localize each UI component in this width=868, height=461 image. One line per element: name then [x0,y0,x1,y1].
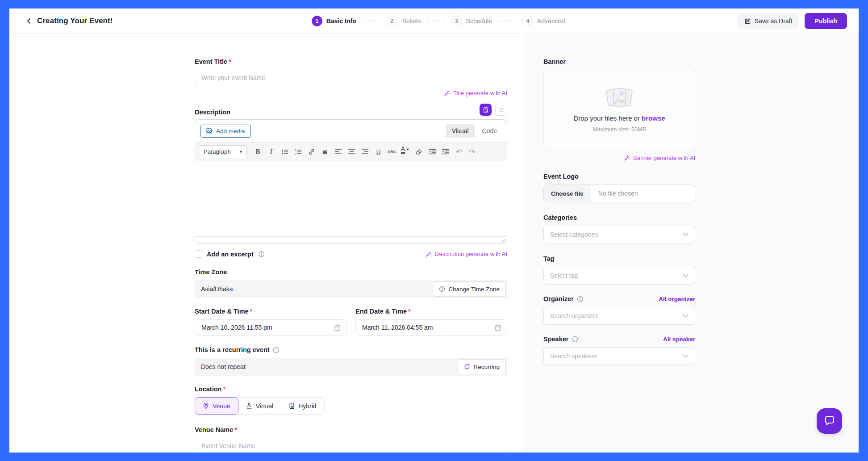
speaker-select[interactable]: Search speakers [543,347,695,365]
chevron-down-icon [683,274,689,277]
text-color-letter: A [401,146,405,154]
banner-generate-ai-link[interactable]: Banner generate with AI [624,155,695,161]
indent-button[interactable] [439,146,451,158]
align-right-button[interactable] [359,146,371,158]
organizer-select[interactable]: Search organizer [543,307,695,325]
code-tab[interactable]: Code [478,124,501,138]
info-icon [572,336,578,343]
save-as-draft-button[interactable]: Save as Draft [737,13,800,29]
ordered-list-button[interactable]: 12 [292,146,304,158]
blockquote-button[interactable]: ❝ [319,146,331,158]
change-time-zone-button[interactable]: Change Time Zone [433,281,506,297]
title-generate-ai-link[interactable]: Title generate with AI [444,90,507,96]
note-edit-icon [483,107,489,113]
link-button[interactable] [305,146,317,158]
browse-link[interactable]: browse [642,114,665,122]
outdent-button[interactable] [426,146,438,158]
bullet-list-button[interactable] [279,146,291,158]
location-option-label: Venue [213,402,230,410]
publish-button[interactable]: Publish [805,13,847,29]
location-venue-button[interactable]: Venue [195,397,238,415]
step-basic-info[interactable]: 1 Basic Info [312,16,356,26]
recurring-button[interactable]: Recurring [458,359,506,374]
label-text: Venue Name [195,426,233,433]
bold-button[interactable]: B [252,146,264,158]
ai-link-label: Description generate with AI [435,251,507,257]
ordered-list-icon: 12 [295,149,302,155]
editor-toolbar: Paragraph ▼ B I 12 [195,142,507,161]
required-asterisk: * [229,58,231,65]
step-tickets[interactable]: 2 Tickets [387,16,421,26]
step-label: Schedule [466,17,492,25]
chat-widget-button[interactable] [817,408,842,434]
calendar-icon [334,324,341,331]
add-media-button[interactable]: Add media [200,125,251,138]
banner-drop-zone[interactable]: Drop your files here or browse Maximum s… [543,70,695,149]
description-note-button[interactable] [480,104,492,116]
align-center-button[interactable] [346,146,358,158]
add-excerpt-checkbox[interactable] [195,250,202,258]
main-panel: Event Title* Title generate with AI Desc… [9,34,525,453]
description-generate-ai-link[interactable]: Description generate with AI [426,251,507,257]
paragraph-select[interactable]: Paragraph ▼ [199,145,247,158]
categories-select[interactable]: Select categories [543,226,695,243]
venue-name-input[interactable] [195,438,507,453]
clock-icon [439,286,445,292]
resize-handle-icon[interactable] [501,238,505,243]
recurring-label: This is a recurring event [195,346,270,353]
location-virtual-button[interactable]: Virtual [238,397,281,415]
hybrid-device-icon [289,402,295,409]
step-number: 1 [312,16,322,26]
step-label: Basic Info [326,17,356,25]
magic-wand-icon [426,251,432,257]
description-scan-button[interactable] [495,104,507,116]
all-speaker-link[interactable]: All speaker [663,336,695,343]
required-asterisk: * [234,426,237,433]
italic-button[interactable]: I [265,146,277,158]
clear-format-button[interactable] [413,146,425,158]
no-file-chosen-text: No file chosen [591,190,638,197]
all-organizer-link[interactable]: All organizer [659,296,695,302]
step-number: 3 [451,16,462,26]
align-center-icon [348,149,355,155]
undo-button[interactable]: ↶ [453,146,465,158]
label-text: Event Title [195,58,227,65]
underline-button[interactable]: U [372,146,384,158]
time-zone-row: Asia/Dhaka Change Time Zone [195,280,507,298]
tag-placeholder: Select tag [550,272,578,279]
header-actions: Save as Draft Publish [737,13,847,29]
save-as-draft-label: Save as Draft [755,17,793,25]
step-advanced[interactable]: 4 Advanced [522,16,565,26]
step-label: Advanced [537,17,565,25]
caret-down-icon: ▼ [239,150,243,154]
organizer-placeholder: Search organizer [550,312,598,319]
choose-file-button[interactable]: Choose file [544,185,591,202]
align-right-icon [362,149,368,155]
step-connector [427,21,445,21]
end-date-value: March 11, 2026 04:55 am [362,324,433,331]
chevron-down-icon [683,233,689,236]
tag-label: Tag [543,255,695,262]
start-date-input[interactable]: March 10, 2026 11:55 pm [195,319,346,335]
recurring-value: Does not repeat [201,363,246,370]
back-button[interactable] [23,15,35,27]
strikethrough-button[interactable]: ABC [386,146,398,158]
redo-button[interactable]: ↷ [466,146,478,158]
description-textarea[interactable] [195,161,507,236]
visual-tab[interactable]: Visual [446,124,475,138]
start-date-label: Start Date & Time* [195,308,346,315]
chevron-left-icon [25,17,33,25]
text-color-button[interactable]: A ▼ [399,146,411,158]
header: Creating Your Event! 1 Basic Info 2 Tick… [9,8,859,34]
page-frame: Creating Your Event! 1 Basic Info 2 Tick… [0,0,868,461]
info-icon [258,251,265,257]
tag-select[interactable]: Select tag [543,267,695,285]
location-label: Location* [195,386,507,393]
end-date-input[interactable]: March 11, 2026 04:55 am [355,319,507,335]
event-title-input[interactable] [195,70,507,85]
align-left-button[interactable] [332,146,344,158]
step-schedule[interactable]: 3 Schedule [451,16,492,26]
location-hybrid-button[interactable]: Hybrid [281,397,324,415]
event-logo-file-input[interactable]: Choose file No file chosen [543,184,695,202]
link-icon [308,148,315,155]
